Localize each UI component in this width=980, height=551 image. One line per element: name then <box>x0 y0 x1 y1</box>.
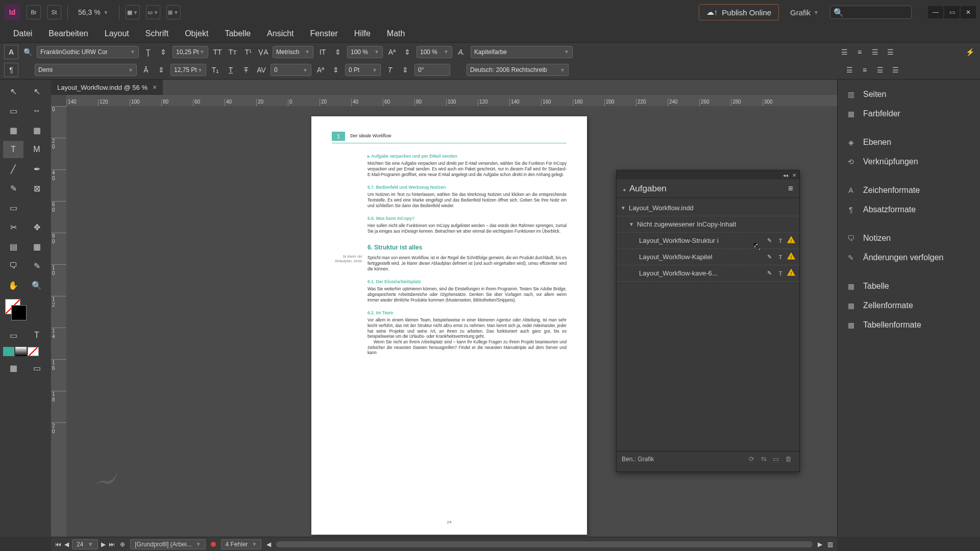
char-format-icon[interactable]: A <box>4 45 18 59</box>
menu-math[interactable]: Math <box>379 26 413 41</box>
gap-tool[interactable]: ↔ <box>27 102 47 119</box>
panel-tabellenformate[interactable]: ▦Tabellenformate <box>838 315 980 335</box>
close-panel-icon[interactable]: ✕ <box>792 172 796 178</box>
align-right-button[interactable]: ☰ <box>869 46 881 58</box>
align-center-button[interactable]: ≡ <box>853 46 866 58</box>
panel-seiten[interactable]: ▥Seiten <box>838 85 980 104</box>
arrange-button[interactable]: ⊞▼ <box>166 5 181 19</box>
update-icon[interactable]: ⇆ <box>757 455 770 463</box>
expand-icon[interactable]: ▼ <box>629 221 634 227</box>
menu-schrift[interactable]: Schrift <box>137 26 177 41</box>
stepper-icon[interactable]: ⇕ <box>399 64 411 76</box>
expand-icon[interactable]: ▼ <box>621 205 626 211</box>
aufgaben-panel[interactable]: ◂◂ ✕ ◂Aufgaben ≡ ▼Layout_Workflow.indd ▼… <box>616 170 800 472</box>
justify-center-button[interactable]: ≡ <box>859 64 871 76</box>
edit-icon[interactable]: ✎ <box>765 236 774 245</box>
page-tool[interactable]: ▭ <box>3 102 23 119</box>
close-button[interactable]: ✕ <box>961 6 976 18</box>
gradient-feather-tool[interactable]: ▦ <box>27 238 47 255</box>
stepper-icon[interactable]: ⇕ <box>401 46 413 58</box>
page-navigator[interactable]: ⏮ ◀ 24▼ ▶ ⏭ <box>55 539 115 549</box>
tracking-input[interactable]: 0▼ <box>271 64 311 76</box>
font-size-input[interactable]: 10,25 Pt▼ <box>173 46 208 58</box>
fill-stroke-swatch[interactable] <box>3 299 48 324</box>
screen-mode-button[interactable]: ▭▼ <box>146 5 160 19</box>
math-tool[interactable]: M <box>27 141 47 158</box>
menu-ansicht[interactable]: Ansicht <box>259 26 302 41</box>
justify-button[interactable]: ☰ <box>884 46 896 58</box>
allcaps-button[interactable]: TT <box>211 46 224 58</box>
tree-item[interactable]: Layout_Workflow-Kapitel ✎T! <box>617 249 799 265</box>
leading-input[interactable]: 12,75 Pt▼ <box>170 64 206 76</box>
strikethrough-button[interactable]: T <box>240 64 252 76</box>
scroll-left-icon[interactable]: ◀ <box>266 541 271 548</box>
menu-hilfe[interactable]: Hilfe <box>346 26 379 41</box>
panel-tab-chevron-icon[interactable]: ◂ <box>623 187 625 192</box>
view-normal-button[interactable]: ▦ <box>3 359 23 377</box>
panel-farbfelder[interactable]: ▦Farbfelder <box>838 104 980 123</box>
horizontal-scrollbar[interactable] <box>276 541 813 547</box>
panel-absatzformate[interactable]: ¶Absatzformate <box>838 200 980 219</box>
refresh-icon[interactable]: ⟳ <box>745 455 757 463</box>
language-select[interactable]: Deutsch: 2006 Rechtschreib▼ <box>467 64 569 76</box>
stepper-icon[interactable]: ⇕ <box>155 64 167 76</box>
pen-tool[interactable]: ✒ <box>27 160 47 178</box>
format-container-button[interactable]: ▭ <box>3 327 23 344</box>
edit-icon[interactable]: ✎ <box>765 253 774 262</box>
justify-right-button[interactable]: ☰ <box>874 64 886 76</box>
menu-layout[interactable]: Layout <box>96 26 137 41</box>
split-view-icon[interactable]: ▥ <box>827 541 833 548</box>
smallcaps-button[interactable]: Tᴛ <box>227 46 239 58</box>
skew-input[interactable]: 0° <box>414 64 450 76</box>
last-page-icon[interactable]: ⏭ <box>109 541 115 548</box>
menu-objekt[interactable]: Objekt <box>177 26 216 41</box>
new-icon[interactable]: ▭ <box>770 455 782 463</box>
zoom-tool[interactable]: 🔍 <box>27 277 47 294</box>
minimize-button[interactable]: — <box>928 6 943 18</box>
zoom-level-dropdown[interactable]: 56,3 %▼ <box>74 8 113 16</box>
panel-ebenen[interactable]: ◈Ebenen <box>838 133 980 152</box>
page[interactable]: 1 Der ideale Workflow ▸ Aufgabe verpacke… <box>311 116 587 535</box>
color-theme-tool[interactable]: ✎ <box>27 257 47 274</box>
view-preview-button[interactable]: ▭ <box>27 359 47 377</box>
apply-none-button[interactable] <box>28 347 39 356</box>
panel-zeichenformate[interactable]: AZeichenformate <box>838 181 980 200</box>
justify-left-button[interactable]: ☰ <box>843 64 855 76</box>
stepper-icon[interactable]: ⇕ <box>330 64 342 76</box>
char-style-select[interactable]: Kapitelfarbe▼ <box>471 46 573 58</box>
baseline-shift-input[interactable]: 0 Pt▼ <box>345 64 381 76</box>
tree-item[interactable]: Layout_Workflow-kave-6... ✎T! <box>617 265 799 282</box>
bridge-button[interactable]: Br <box>27 5 41 19</box>
tree-item[interactable]: Layout_Workflow-Struktur i ✎T! <box>617 233 799 249</box>
tree-root[interactable]: ▼Layout_Workflow.indd <box>617 200 799 216</box>
vscale-input[interactable]: 100 %▼ <box>347 46 383 58</box>
menu-bearbeiten[interactable]: Bearbeiten <box>40 26 96 41</box>
panel-notizen[interactable]: 🗨Notizen <box>838 229 980 248</box>
menu-datei[interactable]: Datei <box>5 26 40 41</box>
menu-tabelle[interactable]: Tabelle <box>216 26 259 41</box>
vertical-ruler[interactable]: 0 20 40 60 80 10 12 14 16 18 20 <box>51 106 66 537</box>
rect-frame-tool[interactable]: ⊠ <box>27 180 47 197</box>
preflight-profile-select[interactable]: [Grundprofil] (Arbei...▼ <box>130 539 205 549</box>
panel-tabelle[interactable]: ▦Tabelle <box>838 277 980 296</box>
menu-fenster[interactable]: Fenster <box>302 26 346 41</box>
workspace-switcher[interactable]: Grafik▼ <box>790 8 819 17</box>
open-dialog-icon[interactable]: ⊕ <box>120 541 125 548</box>
page-number-input[interactable]: 24▼ <box>72 539 98 549</box>
apply-gradient-button[interactable] <box>15 347 27 356</box>
close-tab-icon[interactable]: × <box>153 83 157 91</box>
panel-zellenformate[interactable]: ▦Zellenformate <box>838 296 980 315</box>
superscript-button[interactable]: T¹ <box>242 46 254 58</box>
font-family-select[interactable]: FranklinGothic URW Cor▼ <box>37 46 139 58</box>
prev-page-icon[interactable]: ◀ <box>64 541 69 548</box>
line-tool[interactable]: ╱ <box>3 160 23 178</box>
document-tab[interactable]: Layout_Workflow.indd @ 56 % × <box>51 80 163 95</box>
para-format-icon[interactable]: ¶ <box>4 63 18 77</box>
publish-online-button[interactable]: ☁↑ Publish Online <box>699 4 779 20</box>
quick-apply-icon[interactable]: ⚡ <box>964 46 976 58</box>
hscale-input[interactable]: 100 %▼ <box>416 46 452 58</box>
content-placer-tool[interactable]: ▦ <box>27 121 47 139</box>
rectangle-tool[interactable]: ▭ <box>3 199 23 216</box>
edit-icon[interactable]: ✎ <box>765 269 774 278</box>
next-page-icon[interactable]: ▶ <box>101 541 106 548</box>
